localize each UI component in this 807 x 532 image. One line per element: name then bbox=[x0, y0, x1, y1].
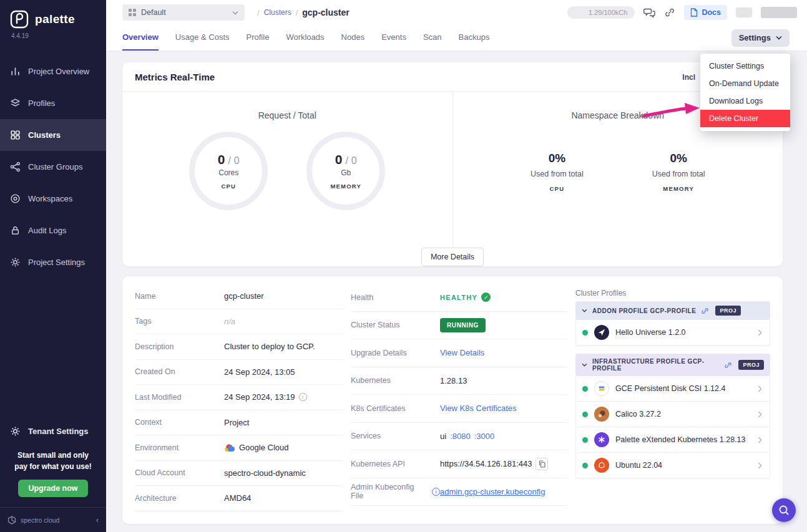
profile-link-icon[interactable] bbox=[701, 307, 709, 315]
service-port-3000-link[interactable]: :3000 bbox=[474, 432, 495, 441]
menu-item-download-logs[interactable]: Download Logs bbox=[700, 92, 790, 110]
profile-pack-calico[interactable]: Calico 3.27.2 bbox=[575, 402, 770, 427]
infrastructure-profile-name: INFRASTRUCTURE PROFILE GCP-PROFILE bbox=[592, 358, 719, 372]
sidebar-item-cluster-groups[interactable]: Cluster Groups bbox=[0, 151, 106, 183]
cluster-tabs: Overview Usage & Costs Profile Workloads… bbox=[106, 25, 807, 51]
tab-overview[interactable]: Overview bbox=[122, 25, 159, 51]
gear-icon bbox=[10, 426, 21, 437]
breadcrumb-clusters-link[interactable]: Clusters bbox=[264, 8, 291, 17]
memory-used: 0 bbox=[335, 152, 343, 167]
breadcrumb: / Clusters / gcp-cluster bbox=[257, 7, 350, 17]
document-icon bbox=[690, 8, 698, 17]
breadcrumb-current: gcp-cluster bbox=[302, 7, 349, 17]
memory-breakdown-stat: 0% Used from total MEMORY bbox=[652, 152, 705, 192]
detail-row-description: Description Cluster to deploy to GCP. bbox=[135, 334, 343, 360]
profile-pack-palette-extended-kubernetes[interactable]: Palette eXtended Kubernetes 1.28.13 bbox=[575, 427, 770, 453]
google-cloud-icon bbox=[224, 443, 235, 452]
chevron-down-icon bbox=[776, 36, 782, 40]
chevron-right-icon bbox=[758, 437, 762, 443]
sidebar-item-tenant-settings[interactable]: Tenant Settings bbox=[0, 417, 106, 445]
detail-row-kubernetes-api: Kubernetes API https://34.54.126.181:443 bbox=[351, 450, 568, 478]
gce-disk-icon bbox=[594, 381, 609, 396]
scope-badge: PROJ bbox=[715, 306, 741, 316]
cpu-percent-label: CPU bbox=[531, 185, 584, 192]
menu-item-delete-cluster[interactable]: Delete Cluster bbox=[700, 110, 790, 127]
sidebar-item-label: Profiles bbox=[28, 99, 55, 108]
palette-logo-icon bbox=[10, 10, 29, 29]
sidebar-item-profiles[interactable]: Profiles bbox=[0, 87, 106, 119]
menu-item-cluster-settings[interactable]: Cluster Settings bbox=[700, 57, 790, 75]
profile-pack-hello-universe[interactable]: Hello Universe 1.2.0 bbox=[575, 320, 770, 346]
sidebar-item-clusters[interactable]: Clusters bbox=[0, 119, 106, 151]
pack-status-dot bbox=[582, 437, 588, 443]
view-details-link[interactable]: View Details bbox=[440, 348, 484, 357]
infrastructure-profile-header[interactable]: INFRASTRUCTURE PROFILE GCP-PROFILE PROJ bbox=[575, 354, 770, 376]
docs-button[interactable]: Docs bbox=[684, 5, 727, 20]
sidebar-item-audit-logs[interactable]: Audit Logs bbox=[0, 215, 106, 246]
profile-pack-ubuntu[interactable]: Ubuntu 22.04 bbox=[575, 453, 770, 478]
pack-name: Palette eXtended Kubernetes 1.28.13 bbox=[615, 435, 746, 444]
view-k8s-certificates-link[interactable]: View K8s Certificates bbox=[440, 404, 517, 413]
detail-row-architecture: Architecture AMD64 bbox=[135, 486, 343, 511]
cluster-status-column: Health HEALTHY✓ Cluster Status RUNNING U… bbox=[351, 284, 568, 511]
tab-scan[interactable]: Scan bbox=[423, 25, 442, 51]
sidebar: palette 4.4.19 Project Overview Profiles… bbox=[0, 0, 106, 532]
project-selector[interactable]: Default bbox=[122, 4, 245, 21]
copy-icon bbox=[539, 460, 545, 468]
help-fab-button[interactable] bbox=[772, 498, 796, 522]
chevron-right-icon bbox=[758, 462, 762, 469]
memory-caption: MEMORY bbox=[330, 183, 361, 190]
integrations-button[interactable] bbox=[664, 7, 675, 18]
brand: palette bbox=[0, 0, 106, 30]
detail-row-last-modified: Last Modified 24 Sep 2024, 13:19i bbox=[135, 385, 343, 410]
link-icon bbox=[664, 7, 675, 18]
addon-profile-header[interactable]: ADDON PROFILE GCP-PROFILE PROJ bbox=[575, 301, 770, 320]
hello-universe-icon bbox=[594, 325, 609, 340]
cluster-details-card: Name gcp-cluster Tags n/a Description Cl… bbox=[122, 276, 783, 524]
info-icon[interactable]: i bbox=[432, 488, 440, 496]
profile-pack-gce-disk[interactable]: GCE Persistent Disk CSI 1.12.4 bbox=[575, 376, 770, 402]
chevron-down-icon bbox=[582, 309, 587, 312]
sidebar-collapse-chevron-icon[interactable]: ‹ bbox=[96, 515, 99, 525]
scope-badge: PROJ bbox=[738, 360, 764, 370]
cpu-caption: CPU bbox=[221, 183, 236, 190]
chat-button[interactable] bbox=[643, 7, 655, 18]
upgrade-now-button[interactable]: Upgrade now bbox=[18, 480, 87, 497]
detail-row-upgrade-details: Upgrade Details View Details bbox=[351, 339, 568, 367]
cluster-info-column: Name gcp-cluster Tags n/a Description Cl… bbox=[135, 284, 343, 511]
lock-icon bbox=[10, 225, 21, 236]
sidebar-item-workspaces[interactable]: Workspaces bbox=[0, 183, 106, 215]
metrics-header: Metrics Real-Time Incl bbox=[122, 62, 783, 92]
kubeconfig-download-link[interactable]: admin.gcp-cluster.kubeconfig bbox=[440, 487, 545, 496]
info-icon[interactable]: i bbox=[299, 393, 307, 401]
docs-button-label: Docs bbox=[702, 8, 721, 17]
running-status-badge: RUNNING bbox=[440, 318, 486, 332]
pack-name: Hello Universe 1.2.0 bbox=[615, 328, 686, 337]
gauge-separator: / bbox=[345, 155, 348, 167]
profile-link-icon[interactable] bbox=[724, 361, 732, 369]
tab-profile[interactable]: Profile bbox=[247, 25, 270, 51]
more-details-button[interactable]: More Details bbox=[421, 248, 484, 266]
tab-workloads[interactable]: Workloads bbox=[286, 25, 324, 51]
sidebar-item-project-settings[interactable]: Project Settings bbox=[0, 246, 106, 278]
tab-nodes[interactable]: Nodes bbox=[341, 25, 365, 51]
tab-events[interactable]: Events bbox=[381, 25, 406, 51]
menu-item-on-demand-update[interactable]: On-Demand Update bbox=[700, 75, 790, 92]
tab-backups[interactable]: Backups bbox=[459, 25, 490, 51]
pack-status-dot bbox=[582, 330, 588, 336]
help-chat-icon bbox=[778, 504, 790, 516]
settings-button[interactable]: Settings bbox=[731, 29, 790, 47]
copy-button[interactable] bbox=[536, 458, 548, 470]
pack-name: Calico 3.27.2 bbox=[615, 410, 661, 418]
sidebar-bottom: Tenant Settings Start small and only pay… bbox=[0, 417, 106, 532]
clusters-icon bbox=[10, 130, 21, 140]
pxk-icon bbox=[594, 432, 609, 447]
topbar: Default / Clusters / gcp-cluster 1.29/10… bbox=[106, 0, 807, 25]
service-port-8080-link[interactable]: :8080 bbox=[450, 432, 471, 441]
detail-row-k8s-certificates: K8s Certificates View K8s Certificates bbox=[351, 395, 568, 423]
sidebar-item-project-overview[interactable]: Project Overview bbox=[0, 56, 106, 87]
detail-row-services: Services ui :8080 :3000 bbox=[351, 423, 568, 451]
footer-brand-label: spectro cloud bbox=[21, 516, 59, 524]
tab-usage-costs[interactable]: Usage & Costs bbox=[175, 25, 230, 51]
memory-total: 0 bbox=[351, 155, 357, 167]
